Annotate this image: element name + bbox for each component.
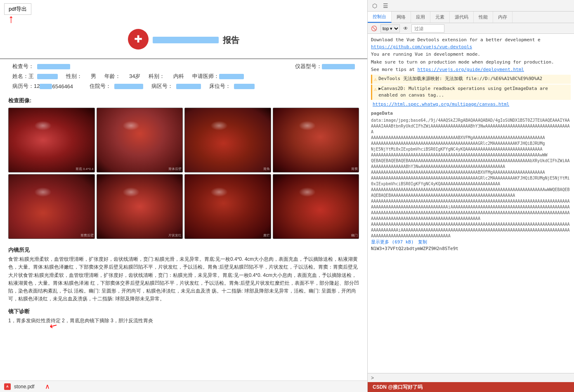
report-title: 报告 bbox=[223, 35, 239, 46]
img5-overlay: 胃窦后壁 bbox=[80, 233, 94, 238]
cursor-icon-btn[interactable]: ⬡ bbox=[371, 2, 378, 9]
gender-label: 性别： bbox=[66, 73, 91, 80]
devtools-bottom-bar: > bbox=[368, 373, 574, 382]
images-grid-bottom: 胃窦后壁 片状发红 糜烂 幽门 bbox=[8, 174, 359, 239]
diagnosis-content: 1，胃多发病灶性质待定 2，胃底息肉镜下摘除 3，胆汁反流性胃炎 bbox=[8, 317, 359, 325]
endoscope-image-4: 胃窦 bbox=[273, 108, 359, 172]
age-value: 34岁 bbox=[129, 73, 140, 80]
devtools-tabs: 控制台 网络 应用 元素 源代码 性能 内存 bbox=[368, 12, 574, 23]
endoscope-image-6: 片状发红 bbox=[97, 174, 183, 239]
warning-text-2: ▶Canvas2D: Multiple readback operations … bbox=[378, 85, 569, 99]
images-title: 检查图像: bbox=[8, 97, 359, 104]
record-no-mid bbox=[40, 84, 52, 89]
bed-value bbox=[234, 84, 255, 89]
device-icon-btn[interactable]: ☰ bbox=[382, 2, 389, 9]
doctor-label: 申请医师： bbox=[192, 73, 219, 80]
hospital-no-value bbox=[114, 84, 143, 89]
gt-sign: > bbox=[371, 375, 374, 381]
name-value bbox=[37, 74, 58, 79]
log-vue-dev-mode: You are running Vue in development mode. bbox=[371, 51, 571, 59]
device-label: 仪器型号： bbox=[295, 63, 322, 70]
bottom-filename: stone.pdf bbox=[14, 384, 34, 390]
ward-label: 病区号： bbox=[151, 83, 176, 90]
endoscope-image-7: 糜烂 bbox=[184, 174, 271, 239]
img8-overlay: 幽门 bbox=[351, 233, 358, 238]
doctor-value bbox=[219, 74, 244, 79]
findings-section: 内镜所见 食管:粘膜光滑柔软，血管纹理清晰，扩张度好，齿状线清晰，贲门:粘膜光滑… bbox=[0, 244, 367, 305]
warning-text-1: DevTools 无法加载来源映射: 无法加载 file://D:/%E6%A1… bbox=[378, 76, 542, 83]
endoscope-image-1: 胃底 0.4*0.4 bbox=[8, 108, 95, 172]
age-label: 年龄： bbox=[104, 73, 129, 80]
ward-value bbox=[176, 84, 201, 89]
n1w3-line: N1W3+37VFtQ2zbdtymWZPZ9H2n8STe9t bbox=[371, 245, 571, 253]
dept-value: 内科 bbox=[173, 73, 184, 80]
warning-icon-1: ⚠ bbox=[374, 76, 377, 83]
info-row-examno: 检查号： 仪器型号： bbox=[12, 61, 355, 71]
info-row-records: 病历号：12 6546464 住院号： 病区号： 床位号： bbox=[12, 81, 355, 91]
canvas-spec-link[interactable]: https://html.spec.whatwg.org/multipage/c… bbox=[373, 102, 509, 107]
report-header: ✚ 报告 bbox=[0, 25, 367, 59]
info-row-name: 姓名：王 性别： 男 年龄： 34岁 科别： 内科 申请医师： bbox=[12, 71, 355, 81]
name-label: 姓名：王 bbox=[12, 73, 37, 80]
img2-overlay: 胃体后壁 bbox=[168, 167, 182, 171]
vuejs-deployment-link[interactable]: https://vuejs.org/guide/deployment.html bbox=[418, 67, 524, 72]
endoscope-image-2: 胃体后壁 bbox=[97, 108, 183, 172]
img6-overlay: 片状发红 bbox=[168, 233, 182, 238]
pagedata-label: pageData bbox=[371, 110, 571, 118]
endoscope-image-5: 胃窦后壁 bbox=[8, 174, 95, 239]
dept-label: 科别： bbox=[149, 73, 173, 80]
pdf-file-icon: A bbox=[4, 383, 11, 390]
copy-btn[interactable]: 复制 bbox=[418, 239, 427, 245]
report-title-area: ✚ 报告 bbox=[12, 29, 355, 51]
context-selector[interactable]: top ▾ bbox=[380, 24, 400, 33]
base64-data-text: data:image/jpeg;base64,/9j/4AAQSkZJRgABA… bbox=[371, 118, 571, 245]
csdn-bar: CSDN @接口写好了吗 bbox=[368, 382, 574, 392]
info-section: 检查号： 仪器型号： 姓名：王 性别： 男 年龄： 34岁 科别： 内科 申请医… bbox=[0, 59, 367, 94]
tab-application[interactable]: 应用 bbox=[411, 12, 430, 23]
show-more-btn[interactable]: 显示更多 (697 kB) bbox=[371, 239, 414, 245]
diagnosis-title: 镜下诊断 bbox=[8, 308, 359, 315]
log-vue-devtools: Download the Vue Devtools extension for … bbox=[371, 36, 571, 51]
findings-title: 内镜所见 bbox=[8, 246, 359, 254]
images-grid-top: 胃底 0.4*0.4 胃体后壁 胃角 胃窦 bbox=[8, 108, 359, 172]
hospital-name-redacted bbox=[153, 37, 219, 43]
exam-no-label: 检查号： bbox=[12, 63, 37, 70]
images-section: 检查图像: 胃底 0.4*0.4 胃体后壁 胃角 胃窦 胃窦后壁 片状发红 bbox=[0, 94, 367, 244]
prohibit-icon: 🚫 bbox=[371, 26, 377, 31]
tab-elements[interactable]: 元素 bbox=[430, 12, 450, 23]
devtools-subtoolbar: 🚫 top ▾ 👁 bbox=[368, 23, 574, 34]
devtools-content[interactable]: Download the Vue Devtools extension for … bbox=[368, 34, 574, 373]
filter-input[interactable] bbox=[411, 24, 444, 33]
gender-value: 男 bbox=[91, 73, 96, 80]
img3-overlay: 胃角 bbox=[263, 167, 270, 171]
log-production-mode: Make sure to turn on production mode whe… bbox=[371, 59, 571, 66]
devtools-toolbar: ⬡ ☰ bbox=[368, 0, 574, 12]
download-arrow-icon: ∧ bbox=[45, 383, 50, 390]
warning-icon-2: ⚠ bbox=[374, 85, 377, 93]
img7-overlay: 糜烂 bbox=[263, 233, 270, 238]
devtools-panel: ⬡ ☰ 控制台 网络 应用 元素 源代码 性能 内存 🚫 top ▾ 👁 Dow… bbox=[367, 0, 574, 392]
hospital-no-label: 住院号： bbox=[90, 83, 114, 90]
record-no-label: 病历号：12 bbox=[12, 83, 40, 90]
exam-no-value bbox=[37, 64, 70, 69]
eye-icon: 👁 bbox=[403, 26, 408, 31]
tab-network[interactable]: 网络 bbox=[392, 12, 411, 23]
tab-sources[interactable]: 源代码 bbox=[450, 12, 474, 23]
warning-sourcemap: ⚠ DevTools 无法加载来源映射: 无法加载 file://D:/%E6%… bbox=[371, 75, 571, 84]
arrow-indicator: ↑ bbox=[8, 12, 14, 26]
vue-devtools-link[interactable]: https://github.com/vuejs/vue-devtools bbox=[371, 44, 472, 50]
bottom-bar: A stone.pdf ∧ bbox=[0, 380, 367, 392]
endoscope-image-3: 胃角 bbox=[184, 108, 271, 172]
tab-memory[interactable]: 内存 bbox=[493, 12, 513, 23]
tab-performance[interactable]: 性能 bbox=[474, 12, 493, 23]
warning-canvas2d: ⚠ ▶Canvas2D: Multiple readback operation… bbox=[371, 85, 571, 100]
findings-content: 食管:粘膜光滑柔软，血管纹理清晰，扩张度好，齿状线清晰，贲门:粘膜光滑，未见异常… bbox=[8, 255, 359, 303]
record-no-suffix: 6546464 bbox=[52, 83, 73, 90]
log-tips-link: See more tips at https://vuejs.org/guide… bbox=[371, 66, 571, 74]
device-value bbox=[322, 64, 355, 69]
tab-console[interactable]: 控制台 bbox=[368, 12, 392, 23]
report-panel: pdf导出 ↑ ✚ 报告 检查号： 仪器型号： 姓名：王 性别： 男 年龄： 3… bbox=[0, 0, 367, 392]
bed-label: 床位号： bbox=[209, 83, 234, 90]
report-logo: ✚ bbox=[128, 29, 149, 50]
img1-overlay: 胃底 0.4*0.4 bbox=[76, 167, 94, 171]
